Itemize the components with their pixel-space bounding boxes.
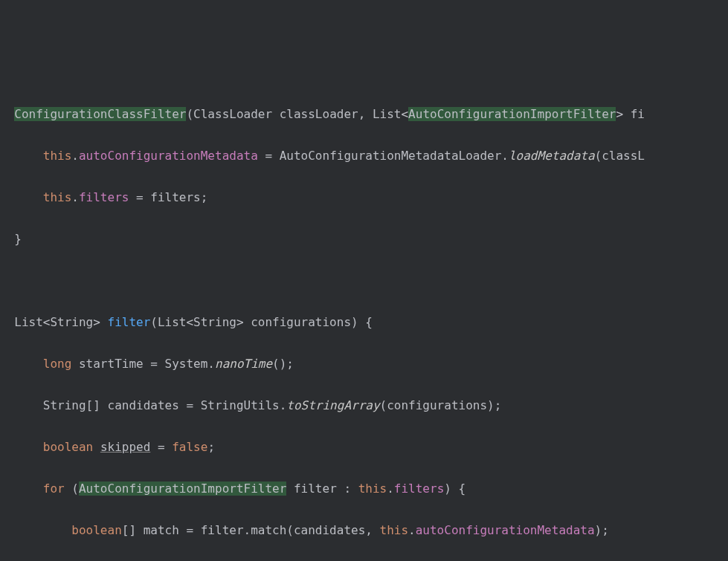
class-ref: AutoConfigurationMetadataLoader: [280, 149, 502, 163]
close: ) {: [444, 481, 466, 496]
code-line[interactable]: List<String> filter(List<String> configu…: [0, 312, 728, 333]
return-type: List<String>: [14, 315, 100, 329]
param-name: classLoader: [280, 107, 358, 121]
keyword-this: this: [43, 190, 72, 204]
params: (List<String> configurations) {: [150, 315, 373, 329]
dot: .: [71, 190, 79, 204]
param-type: List<: [373, 107, 408, 121]
method-call: nanoTime: [215, 357, 272, 371]
var-skipped: skipped: [100, 440, 150, 454]
rest: [] match = filter.match(candidates,: [122, 523, 380, 537]
code-line[interactable]: boolean skipped = false;: [0, 437, 728, 458]
field-ref: filters: [394, 481, 444, 496]
code-line[interactable]: [0, 270, 728, 291]
end: ();: [272, 357, 294, 371]
semi: ;: [207, 440, 215, 454]
field-ref: autoConfigurationMetadata: [416, 523, 595, 537]
end: (configurations);: [380, 398, 502, 412]
open: (: [65, 481, 79, 496]
field-ref: filters: [79, 190, 129, 204]
code-line[interactable]: }: [0, 229, 728, 250]
keyword-boolean: boolean: [71, 523, 121, 537]
paren: (: [186, 107, 193, 121]
operator: =: [258, 149, 280, 163]
pre: String[] candidates = StringUtils.: [43, 398, 287, 412]
type-highlight: AutoConfigurationImportFilter: [408, 107, 616, 121]
param-type: > fi: [616, 107, 645, 121]
keyword-this: this: [380, 523, 409, 537]
rest: = filters;: [129, 190, 207, 204]
const-false: false: [172, 440, 207, 454]
brace: }: [14, 232, 22, 246]
method-call: toStringArray: [286, 398, 379, 412]
end: );: [595, 523, 609, 537]
keyword-this: this: [43, 149, 72, 163]
keyword-for: for: [43, 481, 65, 496]
code-line[interactable]: for (AutoConfigurationImportFilter filte…: [0, 479, 728, 499]
comma: ,: [358, 107, 373, 121]
method-name: filter: [108, 315, 151, 329]
keyword-long: long: [43, 357, 72, 371]
eq: =: [150, 440, 172, 454]
var: startTime = System.: [79, 357, 215, 371]
dot: .: [71, 149, 79, 163]
rest: filter :: [286, 481, 358, 496]
keyword-this: this: [358, 481, 387, 496]
method-name: ConfigurationClassFilter: [14, 107, 186, 121]
code-line[interactable]: this.filters = filters;: [0, 187, 728, 208]
args: (classL: [595, 149, 645, 163]
param-type: ClassLoader: [193, 107, 272, 121]
code-line[interactable]: long startTime = System.nanoTime();: [0, 354, 728, 374]
dot: .: [387, 481, 394, 496]
method-call: loadMetadata: [509, 149, 595, 163]
dot: .: [501, 149, 509, 163]
type-highlight: AutoConfigurationImportFilter: [79, 481, 286, 496]
code-line[interactable]: this.autoConfigurationMetadata = AutoCon…: [0, 146, 728, 166]
dot: .: [408, 523, 416, 537]
code-line[interactable]: String[] candidates = StringUtils.toStri…: [0, 395, 728, 416]
code-line[interactable]: ConfigurationClassFilter(ClassLoader cla…: [0, 104, 728, 125]
field-ref: autoConfigurationMetadata: [79, 149, 258, 163]
code-line[interactable]: boolean[] match = filter.match(candidate…: [0, 520, 728, 541]
code-editor[interactable]: ConfigurationClassFilter(ClassLoader cla…: [0, 83, 728, 561]
keyword-boolean: boolean: [43, 440, 93, 454]
